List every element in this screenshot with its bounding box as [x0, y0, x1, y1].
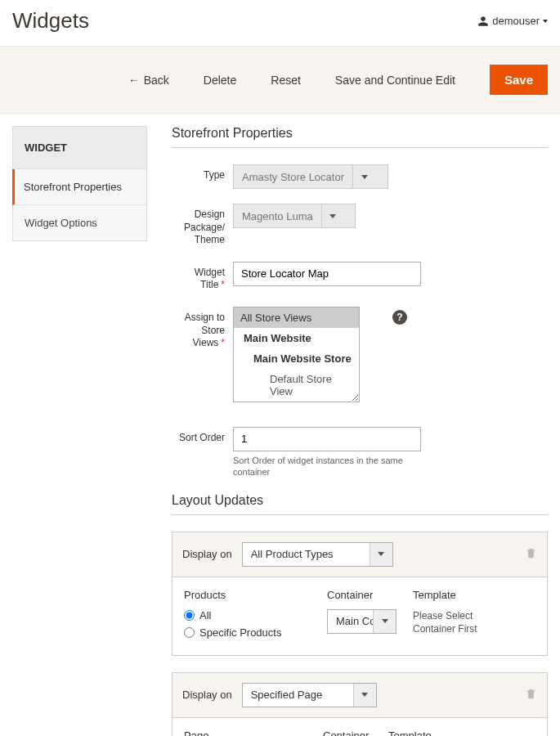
page-title: Widgets: [12, 8, 89, 34]
page-column-label: Page: [184, 729, 307, 736]
chevron-down-icon: [321, 204, 344, 227]
display-on-select[interactable]: All Product Types: [242, 542, 393, 567]
remove-layout-button[interactable]: [525, 547, 537, 562]
type-label: Type: [172, 164, 225, 182]
reset-button[interactable]: Reset: [271, 74, 301, 87]
sort-order-input[interactable]: [233, 427, 421, 451]
layout-update-block: Display on All Product Types Products Al…: [172, 532, 548, 656]
type-value: Amasty Store Locator: [234, 171, 352, 183]
sidebar: WIDGET Storefront Properties Widget Opti…: [12, 126, 147, 241]
store-option-default-view[interactable]: Default Store View: [234, 369, 359, 402]
container-value: Main Cor: [328, 615, 373, 627]
sort-order-note: Sort Order of widget instances in the sa…: [233, 455, 421, 478]
theme-select: Magento Luma: [233, 204, 356, 228]
products-specific-radio[interactable]: Specific Products: [184, 626, 311, 639]
display-on-label: Display on: [182, 548, 232, 560]
display-on-value: All Product Types: [243, 548, 370, 560]
theme-label: Design Package/ Theme: [172, 204, 225, 247]
store-option-main-website-store[interactable]: Main Website Store: [234, 348, 359, 369]
container-column-label: Container: [323, 729, 372, 736]
save-continue-button[interactable]: Save and Continue Edit: [335, 74, 455, 87]
display-on-select[interactable]: Specified Page: [242, 683, 377, 707]
layout-updates-legend: Layout Updates: [172, 493, 548, 515]
template-note: Please Select Container First: [413, 609, 491, 637]
container-select[interactable]: Main Cor: [327, 609, 396, 634]
help-icon[interactable]: ?: [392, 310, 407, 325]
container-column-label: Container: [327, 589, 396, 601]
sidebar-item-storefront[interactable]: Storefront Properties: [12, 169, 147, 205]
widget-title-label: Widget Title*: [172, 262, 225, 292]
widget-title-input[interactable]: [233, 262, 421, 286]
type-select: Amasty Store Locator: [233, 164, 388, 189]
template-column-label: Template: [388, 729, 446, 736]
assign-label: Assign to Store Views*: [172, 307, 225, 350]
products-column-label: Products: [184, 589, 311, 601]
user-icon: [477, 16, 489, 27]
chevron-down-icon: [352, 165, 375, 188]
store-option-all[interactable]: All Store Views: [234, 307, 359, 328]
sidebar-item-widget-options[interactable]: Widget Options: [12, 205, 147, 241]
store-option-main-website[interactable]: Main Website: [234, 328, 359, 348]
save-button[interactable]: Save: [490, 65, 548, 95]
sort-order-label: Sort Order: [172, 427, 225, 445]
trash-icon: [525, 547, 537, 559]
trash-icon: [525, 688, 537, 700]
user-name: demouser: [492, 15, 540, 27]
chevron-down-icon: [373, 610, 396, 633]
sidebar-header: WIDGET: [12, 126, 147, 169]
display-on-value: Specified Page: [243, 689, 353, 701]
chevron-down-icon: [370, 543, 392, 566]
storefront-legend: Storefront Properties: [172, 126, 548, 148]
layout-update-block: Display on Specified Page Page CMS Home …: [172, 672, 548, 736]
store-views-select[interactable]: All Store Views Main Website Main Websit…: [233, 307, 360, 402]
chevron-down-icon: [543, 20, 548, 23]
theme-value: Magento Luma: [234, 210, 321, 222]
back-label: Back: [144, 74, 169, 87]
delete-button[interactable]: Delete: [204, 74, 236, 87]
action-bar: ← Back Delete Reset Save and Continue Ed…: [0, 46, 560, 114]
template-column-label: Template: [413, 589, 491, 601]
arrow-left-icon: ←: [128, 74, 140, 87]
user-menu[interactable]: demouser: [477, 15, 548, 27]
back-button[interactable]: ← Back: [128, 74, 169, 87]
remove-layout-button[interactable]: [525, 688, 537, 702]
display-on-label: Display on: [182, 689, 232, 701]
chevron-down-icon: [353, 684, 376, 707]
products-all-radio[interactable]: All: [184, 609, 311, 622]
